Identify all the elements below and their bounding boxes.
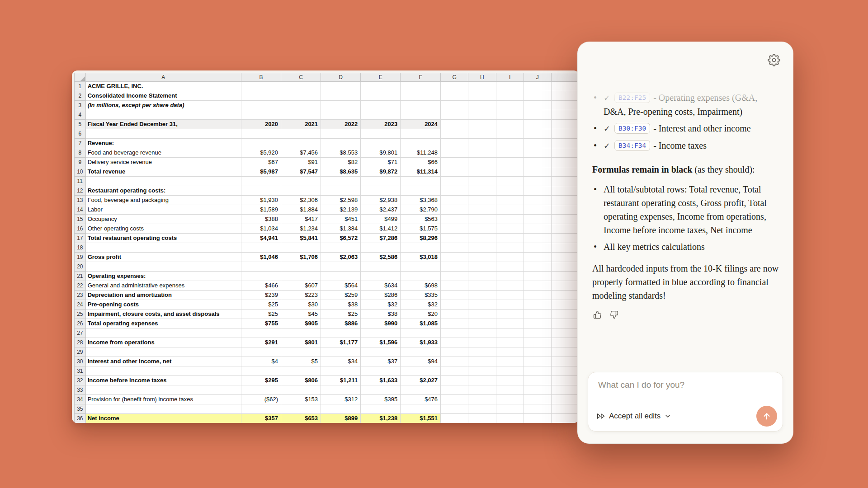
sheet-cell[interactable]: Revenue: bbox=[85, 139, 241, 148]
sheet-cell[interactable] bbox=[281, 272, 321, 281]
row-header-35[interactable]: 35 bbox=[75, 404, 86, 414]
sheet-cell[interactable]: $25 bbox=[241, 300, 281, 310]
sheet-cell[interactable] bbox=[401, 110, 441, 120]
sheet-cell[interactable] bbox=[524, 300, 551, 310]
sheet-cell[interactable] bbox=[468, 328, 496, 338]
sheet-cell[interactable]: $30 bbox=[281, 300, 321, 310]
sheet-cell[interactable] bbox=[281, 385, 321, 395]
sheet-cell[interactable]: $1,596 bbox=[361, 338, 401, 347]
sheet-cell[interactable] bbox=[551, 234, 579, 243]
sheet-cell[interactable] bbox=[441, 110, 468, 120]
row-header-5[interactable]: 5 bbox=[75, 120, 86, 129]
sheet-cell[interactable] bbox=[551, 129, 579, 139]
sheet-cell[interactable] bbox=[524, 167, 551, 177]
settings-gear-button[interactable] bbox=[767, 53, 781, 67]
sheet-cell[interactable] bbox=[551, 158, 579, 167]
row-header-28[interactable]: 28 bbox=[75, 338, 86, 347]
sheet-cell[interactable] bbox=[496, 177, 524, 186]
sheet-cell[interactable] bbox=[85, 347, 241, 357]
sheet-cell[interactable] bbox=[281, 243, 321, 253]
sheet-cell[interactable] bbox=[468, 385, 496, 395]
sheet-cell[interactable] bbox=[524, 347, 551, 357]
sheet-cell[interactable]: $45 bbox=[281, 310, 321, 319]
sheet-cell[interactable] bbox=[524, 82, 551, 91]
sheet-cell[interactable] bbox=[361, 272, 401, 281]
sheet-cell[interactable] bbox=[524, 366, 551, 376]
sheet-cell[interactable] bbox=[496, 91, 524, 101]
sheet-cell[interactable]: $153 bbox=[281, 395, 321, 404]
sheet-cell[interactable] bbox=[496, 139, 524, 148]
sheet-cell[interactable]: $5,841 bbox=[281, 234, 321, 243]
row-header-1[interactable]: 1 bbox=[75, 82, 86, 91]
row-header-6[interactable]: 6 bbox=[75, 129, 86, 139]
sheet-cell[interactable] bbox=[468, 262, 496, 272]
sheet-cell[interactable] bbox=[468, 281, 496, 291]
sheet-cell[interactable]: $607 bbox=[281, 281, 321, 291]
sheet-cell[interactable]: $9,872 bbox=[361, 167, 401, 177]
sheet-cell[interactable]: $25 bbox=[321, 310, 361, 319]
sheet-cell[interactable] bbox=[551, 319, 579, 328]
sheet-cell[interactable] bbox=[281, 110, 321, 120]
sheet-cell[interactable] bbox=[496, 129, 524, 139]
sheet-cell[interactable]: $698 bbox=[401, 281, 441, 291]
sheet-cell[interactable] bbox=[496, 167, 524, 177]
sheet-cell[interactable]: $7,286 bbox=[361, 234, 401, 243]
sheet-cell[interactable]: $1,884 bbox=[281, 205, 321, 215]
sheet-cell[interactable] bbox=[361, 262, 401, 272]
column-header-I[interactable]: I bbox=[496, 73, 524, 82]
sheet-cell[interactable] bbox=[281, 91, 321, 101]
sheet-cell[interactable] bbox=[524, 224, 551, 234]
sheet-cell[interactable]: $9,801 bbox=[361, 148, 401, 158]
sheet-cell[interactable] bbox=[496, 414, 524, 423]
sheet-cell[interactable] bbox=[468, 215, 496, 224]
sheet-cell[interactable] bbox=[401, 186, 441, 196]
cell-range-chip[interactable]: B30:F30 bbox=[614, 123, 650, 134]
sheet-cell[interactable] bbox=[496, 205, 524, 215]
sheet-cell[interactable] bbox=[281, 262, 321, 272]
sheet-cell[interactable] bbox=[524, 404, 551, 414]
column-header-A[interactable]: A bbox=[85, 73, 241, 82]
sheet-cell[interactable] bbox=[468, 186, 496, 196]
sheet-cell[interactable] bbox=[551, 338, 579, 347]
row-header-18[interactable]: 18 bbox=[75, 243, 86, 253]
sheet-cell[interactable]: $564 bbox=[321, 281, 361, 291]
sheet-cell[interactable]: $2,306 bbox=[281, 196, 321, 205]
sheet-cell[interactable] bbox=[496, 158, 524, 167]
sheet-cell[interactable] bbox=[281, 347, 321, 357]
sheet-cell[interactable] bbox=[468, 310, 496, 319]
sheet-cell[interactable] bbox=[551, 243, 579, 253]
sheet-cell[interactable]: $2,598 bbox=[321, 196, 361, 205]
sheet-cell[interactable] bbox=[524, 148, 551, 158]
sheet-cell[interactable] bbox=[321, 101, 361, 110]
sheet-cell[interactable] bbox=[241, 139, 281, 148]
sheet-cell[interactable] bbox=[401, 129, 441, 139]
sheet-cell[interactable] bbox=[551, 148, 579, 158]
sheet-cell[interactable]: $905 bbox=[281, 319, 321, 328]
sheet-cell[interactable]: $6,572 bbox=[321, 234, 361, 243]
row-header-9[interactable]: 9 bbox=[75, 158, 86, 167]
thumbs-up-button[interactable] bbox=[592, 310, 603, 321]
sheet-cell[interactable] bbox=[551, 167, 579, 177]
sheet-cell[interactable] bbox=[524, 310, 551, 319]
sheet-cell[interactable]: $1,234 bbox=[281, 224, 321, 234]
sheet-cell[interactable]: $3,018 bbox=[401, 253, 441, 262]
sheet-cell[interactable] bbox=[441, 376, 468, 385]
sheet-cell[interactable] bbox=[241, 177, 281, 186]
sheet-cell[interactable] bbox=[551, 328, 579, 338]
sheet-cell[interactable]: $1,085 bbox=[401, 319, 441, 328]
sheet-cell[interactable] bbox=[401, 328, 441, 338]
row-header-3[interactable]: 3 bbox=[75, 101, 86, 110]
sheet-cell[interactable] bbox=[468, 253, 496, 262]
sheet-cell[interactable]: $1,706 bbox=[281, 253, 321, 262]
row-header-8[interactable]: 8 bbox=[75, 148, 86, 158]
sheet-cell[interactable] bbox=[361, 129, 401, 139]
sheet-cell[interactable] bbox=[241, 243, 281, 253]
sheet-cell[interactable] bbox=[468, 338, 496, 347]
sheet-cell[interactable] bbox=[401, 101, 441, 110]
sheet-cell[interactable] bbox=[496, 319, 524, 328]
sheet-cell[interactable] bbox=[468, 120, 496, 129]
sheet-cell[interactable] bbox=[441, 328, 468, 338]
sheet-cell[interactable] bbox=[551, 177, 579, 186]
sheet-cell[interactable] bbox=[441, 291, 468, 300]
sheet-cell[interactable] bbox=[441, 300, 468, 310]
